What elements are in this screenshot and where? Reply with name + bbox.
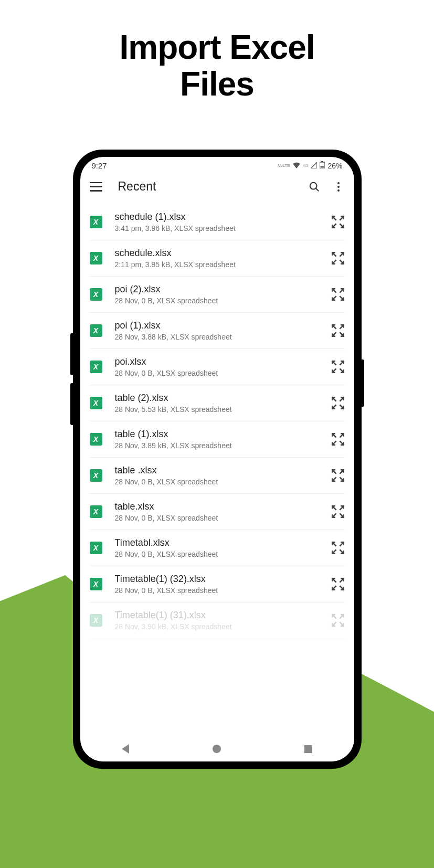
- file-meta: 28 Nov, 0 B, XLSX spreadsheet: [115, 586, 327, 595]
- file-meta: 28 Nov, 3.88 kB, XLSX spreadsheet: [115, 333, 327, 341]
- phone-frame: 9:27 VoLTE 4G 26% Recent: [73, 150, 362, 769]
- file-meta: 28 Nov, 5.53 kB, XLSX spreadsheet: [115, 405, 327, 414]
- file-name: poi.xlsx: [115, 356, 327, 367]
- file-meta: 28 Nov, 0 B, XLSX spreadsheet: [115, 369, 327, 377]
- file-name: Timetabl.xlsx: [115, 537, 327, 548]
- file-info: poi (2).xlsx 28 Nov, 0 B, XLSX spreadshe…: [115, 284, 327, 305]
- file-info: table.xlsx 28 Nov, 0 B, XLSX spreadsheet: [115, 501, 327, 522]
- file-row[interactable]: X table (1).xlsx 28 Nov, 3.89 kB, XLSX s…: [90, 421, 345, 458]
- battery-percent: 26%: [327, 162, 342, 170]
- expand-icon[interactable]: [331, 396, 345, 410]
- file-name: table.xlsx: [115, 501, 327, 512]
- excel-icon: X: [90, 542, 102, 554]
- expand-icon[interactable]: [331, 613, 345, 627]
- nav-bar: [80, 736, 354, 761]
- battery-icon: [320, 161, 325, 170]
- file-name: table (1).xlsx: [115, 429, 327, 440]
- file-row[interactable]: X poi (2).xlsx 28 Nov, 0 B, XLSX spreads…: [90, 277, 345, 313]
- search-icon[interactable]: [308, 181, 321, 193]
- excel-icon: X: [90, 433, 102, 446]
- file-row[interactable]: X table.xlsx 28 Nov, 0 B, XLSX spreadshe…: [90, 494, 345, 530]
- expand-icon[interactable]: [331, 432, 345, 446]
- file-info: Timetable(1) (32).xlsx 28 Nov, 0 B, XLSX…: [115, 574, 327, 595]
- file-name: table .xlsx: [115, 465, 327, 476]
- file-name: schedule.xlsx: [115, 248, 327, 259]
- app-bar: Recent: [80, 172, 354, 202]
- power-button: [361, 359, 364, 407]
- wifi-icon: [293, 162, 300, 170]
- file-info: poi.xlsx 28 Nov, 0 B, XLSX spreadsheet: [115, 356, 327, 377]
- expand-icon[interactable]: [331, 505, 345, 518]
- nav-recent-button[interactable]: [304, 745, 312, 753]
- file-info: table .xlsx 28 Nov, 0 B, XLSX spreadshee…: [115, 465, 327, 486]
- promo-title: Import Excel Files: [0, 29, 434, 103]
- status-time: 9:27: [92, 161, 107, 170]
- file-row[interactable]: X schedule (1).xlsx 3:41 pm, 3.96 kB, XL…: [90, 202, 345, 240]
- file-info: table (2).xlsx 28 Nov, 5.53 kB, XLSX spr…: [115, 393, 327, 414]
- excel-icon: X: [90, 216, 102, 228]
- file-meta: 28 Nov, 3.90 kB, XLSX spreadsheet: [115, 622, 327, 631]
- phone-screen: 9:27 VoLTE 4G 26% Recent: [80, 157, 354, 761]
- file-info: Timetable(1) (31).xlsx 28 Nov, 3.90 kB, …: [115, 610, 327, 631]
- volte-icon: VoLTE: [278, 163, 290, 168]
- file-row[interactable]: X poi (1).xlsx 28 Nov, 3.88 kB, XLSX spr…: [90, 313, 345, 349]
- promo-line1: Import Excel: [0, 29, 434, 66]
- expand-icon[interactable]: [331, 215, 345, 229]
- expand-icon[interactable]: [331, 541, 345, 555]
- excel-icon: X: [90, 578, 102, 590]
- nav-back-button[interactable]: [122, 744, 129, 754]
- file-meta: 2:11 pm, 3.95 kB, XLSX spreadsheet: [115, 260, 327, 269]
- menu-icon[interactable]: [90, 182, 102, 192]
- file-name: Timetable(1) (31).xlsx: [115, 610, 327, 621]
- volume-up-button: [70, 333, 73, 375]
- file-name: poi (2).xlsx: [115, 284, 327, 295]
- file-meta: 3:41 pm, 3.96 kB, XLSX spreadsheet: [115, 224, 327, 232]
- file-meta: 28 Nov, 0 B, XLSX spreadsheet: [115, 514, 327, 522]
- file-row[interactable]: X Timetable(1) (31).xlsx 28 Nov, 3.90 kB…: [90, 602, 345, 639]
- file-list: X schedule (1).xlsx 3:41 pm, 3.96 kB, XL…: [80, 202, 354, 639]
- excel-icon: X: [90, 361, 102, 373]
- excel-icon: X: [90, 288, 102, 301]
- file-row[interactable]: X Timetabl.xlsx 28 Nov, 0 B, XLSX spread…: [90, 530, 345, 566]
- nav-home-button[interactable]: [213, 745, 221, 753]
- excel-icon: X: [90, 469, 102, 482]
- file-meta: 28 Nov, 0 B, XLSX spreadsheet: [115, 478, 327, 486]
- file-row[interactable]: X table (2).xlsx 28 Nov, 5.53 kB, XLSX s…: [90, 385, 345, 421]
- svg-line-4: [315, 188, 319, 191]
- expand-icon[interactable]: [331, 288, 345, 301]
- excel-icon: X: [90, 505, 102, 518]
- promo-line2: Files: [0, 66, 434, 102]
- file-info: Timetabl.xlsx 28 Nov, 0 B, XLSX spreadsh…: [115, 537, 327, 558]
- file-info: poi (1).xlsx 28 Nov, 3.88 kB, XLSX sprea…: [115, 320, 327, 341]
- file-row[interactable]: X poi.xlsx 28 Nov, 0 B, XLSX spreadsheet: [90, 349, 345, 385]
- more-icon[interactable]: [332, 181, 345, 193]
- expand-icon[interactable]: [331, 324, 345, 337]
- file-meta: 28 Nov, 0 B, XLSX spreadsheet: [115, 297, 327, 305]
- expand-icon[interactable]: [331, 251, 345, 265]
- expand-icon[interactable]: [331, 469, 345, 482]
- svg-point-3: [310, 182, 316, 189]
- file-info: table (1).xlsx 28 Nov, 3.89 kB, XLSX spr…: [115, 429, 327, 450]
- file-name: Timetable(1) (32).xlsx: [115, 574, 327, 585]
- status-bar: 9:27 VoLTE 4G 26%: [80, 157, 354, 172]
- page-title: Recent: [118, 179, 308, 194]
- expand-icon[interactable]: [331, 577, 345, 591]
- file-meta: 28 Nov, 3.89 kB, XLSX spreadsheet: [115, 441, 327, 450]
- file-name: schedule (1).xlsx: [115, 211, 327, 223]
- excel-icon: X: [90, 614, 102, 627]
- file-name: table (2).xlsx: [115, 393, 327, 404]
- network-label: 4G: [303, 163, 309, 168]
- svg-rect-2: [321, 166, 324, 168]
- file-row[interactable]: X Timetable(1) (32).xlsx 28 Nov, 0 B, XL…: [90, 566, 345, 602]
- expand-icon[interactable]: [331, 360, 345, 374]
- signal-icon: [311, 162, 317, 170]
- file-row[interactable]: X table .xlsx 28 Nov, 0 B, XLSX spreadsh…: [90, 458, 345, 494]
- file-meta: 28 Nov, 0 B, XLSX spreadsheet: [115, 550, 327, 558]
- excel-icon: X: [90, 397, 102, 409]
- file-name: poi (1).xlsx: [115, 320, 327, 331]
- file-row[interactable]: X schedule.xlsx 2:11 pm, 3.95 kB, XLSX s…: [90, 240, 345, 277]
- status-right: VoLTE 4G 26%: [278, 161, 342, 170]
- file-info: schedule.xlsx 2:11 pm, 3.95 kB, XLSX spr…: [115, 248, 327, 269]
- excel-icon: X: [90, 252, 102, 264]
- file-info: schedule (1).xlsx 3:41 pm, 3.96 kB, XLSX…: [115, 211, 327, 232]
